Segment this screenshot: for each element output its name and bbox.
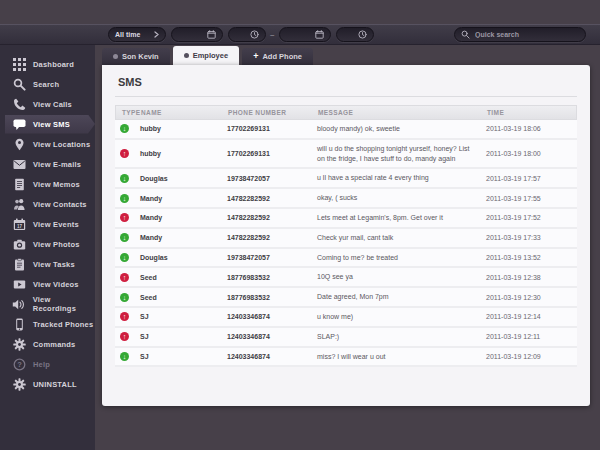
table-row[interactable]: ↑ SJ 12403346874 u know me) 2011-03-19 1… xyxy=(115,308,577,328)
tab-label: Son Kevin xyxy=(122,52,159,61)
sms-name: SJ xyxy=(138,353,225,360)
table-row[interactable]: ↑ Mandy 14782282592 Lets meet at Legamin… xyxy=(115,209,577,229)
sidebar-item-label: View Tasks xyxy=(33,260,75,269)
incoming-sms-icon: ↓ xyxy=(120,352,129,361)
sidebar-item-label: View Locations xyxy=(33,140,90,149)
end-date-input[interactable] xyxy=(279,27,331,42)
sidebar-item-label: Help xyxy=(33,360,50,369)
table-row[interactable]: ↓ Seed 18776983532 Date agreed, Mon 7pm … xyxy=(115,288,577,308)
page-title: SMS xyxy=(102,65,590,96)
phone-status-dot xyxy=(113,54,118,59)
sms-name: Seed xyxy=(138,274,225,281)
speaker-icon xyxy=(12,298,26,311)
sms-message: bloody mandy) ok, sweetie xyxy=(315,124,486,134)
gear-icon xyxy=(12,338,26,351)
sms-message: Coming to me? be treated xyxy=(315,253,486,263)
sms-time: 2011-03-19 17:55 xyxy=(486,195,577,202)
sidebar-item-dashboard[interactable]: Dashboard xyxy=(0,54,95,74)
sms-time: 2011-03-19 12:09 xyxy=(486,353,577,360)
sms-time: 2011-03-19 18:00 xyxy=(486,150,577,157)
incoming-sms-icon: ↓ xyxy=(120,233,129,242)
location-pin-icon xyxy=(12,138,26,151)
sms-message: Date agreed, Mon 7pm xyxy=(315,292,486,302)
quick-search-box[interactable] xyxy=(454,27,586,42)
sms-phone: 12403346874 xyxy=(225,313,315,320)
column-header-message: MESSAGE xyxy=(316,109,485,116)
table-row[interactable]: ↑ hubby 17702269131 will u do the shoppi… xyxy=(115,140,577,170)
tab-add-phone[interactable]: + Add Phone xyxy=(242,48,313,65)
sms-message: Lets meet at Legamin's, 8pm. Get over it xyxy=(315,213,486,223)
sidebar-item-label: View Recordings xyxy=(33,295,95,313)
sms-message: will u do the shopping tonight yurself, … xyxy=(315,144,486,164)
sidebar-item-commands[interactable]: Commands xyxy=(0,334,95,354)
svg-text:?: ? xyxy=(17,360,22,369)
sms-phone: 18776983532 xyxy=(225,274,315,281)
quick-search-input[interactable] xyxy=(475,31,575,38)
sidebar-item-view-sms[interactable]: View SMS xyxy=(0,114,95,134)
sms-phone: 17702269131 xyxy=(225,125,315,132)
sidebar-item-view-recordings[interactable]: View Recordings xyxy=(0,294,95,314)
sidebar-item-help[interactable]: ? Help xyxy=(0,354,95,374)
table-row[interactable]: ↓ SJ 12403346874 miss? I will wear u out… xyxy=(115,348,577,368)
start-date-input[interactable] xyxy=(171,27,223,42)
sidebar-item-tracked-phones[interactable]: Tracked Phones xyxy=(0,314,95,334)
sidebar-item-uninstall[interactable]: UNINSTALL xyxy=(0,374,95,394)
sms-time: 2011-03-19 12:14 xyxy=(486,313,577,320)
svg-text:17: 17 xyxy=(16,224,22,229)
sidebar-item-view-memos[interactable]: View Memos xyxy=(0,174,95,194)
table-row[interactable]: ↓ hubby 17702269131 bloody mandy) ok, sw… xyxy=(115,120,577,140)
sidebar-item-view-locations[interactable]: View Locations xyxy=(0,134,95,154)
clipboard-tasks-icon xyxy=(12,258,26,271)
calendar-icon xyxy=(207,30,216,39)
column-header-phone: PHONE NUMBER xyxy=(226,109,316,116)
sms-phone: 17702269131 xyxy=(225,150,315,157)
sms-table-header: TYPE NAME PHONE NUMBER MESSAGE TIME xyxy=(115,105,577,120)
table-row[interactable]: ↓ Douglas 19738472057 Coming to me? be t… xyxy=(115,249,577,269)
sms-time: 2011-03-19 17:57 xyxy=(486,175,577,182)
sms-message: okay, ( sucks xyxy=(315,193,486,203)
sms-time: 2011-03-19 17:52 xyxy=(486,214,577,221)
sms-message: 10Q see ya xyxy=(315,272,486,282)
table-row[interactable]: ↓ Mandy 14782282592 Check yur mail, cant… xyxy=(115,229,577,249)
start-time-input[interactable] xyxy=(228,27,266,42)
sms-phone: 14782282592 xyxy=(225,214,315,221)
table-row[interactable]: ↓ Mandy 14782282592 okay, ( sucks 2011-0… xyxy=(115,189,577,209)
sidebar-item-view-photos[interactable]: View Photos xyxy=(0,234,95,254)
sidebar-item-view-tasks[interactable]: View Tasks xyxy=(0,254,95,274)
tab-son-kevin[interactable]: Son Kevin xyxy=(102,48,170,65)
sidebar-item-label: Dashboard xyxy=(33,60,74,69)
column-header-time: TIME xyxy=(485,109,576,116)
sidebar-item-label: View Photos xyxy=(33,240,80,249)
clock-icon xyxy=(358,30,367,39)
tab-employee[interactable]: Employee xyxy=(173,46,239,65)
search-icon xyxy=(12,78,26,91)
sms-time: 2011-03-19 13:52 xyxy=(486,254,577,261)
calendar-icon xyxy=(315,30,324,39)
envelope-icon xyxy=(12,158,26,171)
sidebar-item-search[interactable]: Search xyxy=(0,74,95,94)
phone-icon xyxy=(12,98,26,111)
sidebar-item-view-contacts[interactable]: View Contacts xyxy=(0,194,95,214)
sidebar-item-view-calls[interactable]: View Calls xyxy=(0,94,95,114)
sms-message: miss? I will wear u out xyxy=(315,352,486,362)
table-row[interactable]: ↑ Seed 18776983532 10Q see ya 2011-03-19… xyxy=(115,268,577,288)
end-time-input[interactable] xyxy=(336,27,374,42)
divider xyxy=(115,96,577,97)
table-row[interactable]: ↓ Douglas 19738472057 u ll have a specia… xyxy=(115,169,577,189)
sms-panel: SMS TYPE NAME PHONE NUMBER MESSAGE TIME … xyxy=(102,65,590,406)
table-row[interactable]: ↑ SJ 12403346874 SLAP:) 2011-03-19 12:11 xyxy=(115,328,577,348)
time-range-dropdown[interactable]: All time xyxy=(108,27,166,42)
sms-table-body: ↓ hubby 17702269131 bloody mandy) ok, sw… xyxy=(115,120,577,367)
incoming-sms-icon: ↓ xyxy=(120,174,129,183)
video-player-icon xyxy=(12,278,26,291)
sms-phone: 18776983532 xyxy=(225,294,315,301)
camera-icon xyxy=(12,238,26,251)
sidebar-item-view-emails[interactable]: View E-mails xyxy=(0,154,95,174)
plus-icon: + xyxy=(253,52,258,61)
time-range-value: All time xyxy=(115,31,140,38)
sidebar-item-view-videos[interactable]: View Videos xyxy=(0,274,95,294)
incoming-sms-icon: ↓ xyxy=(120,293,129,302)
sidebar-item-view-events[interactable]: 17 View Events xyxy=(0,214,95,234)
search-icon xyxy=(461,30,470,39)
sms-time: 2011-03-19 17:33 xyxy=(486,234,577,241)
